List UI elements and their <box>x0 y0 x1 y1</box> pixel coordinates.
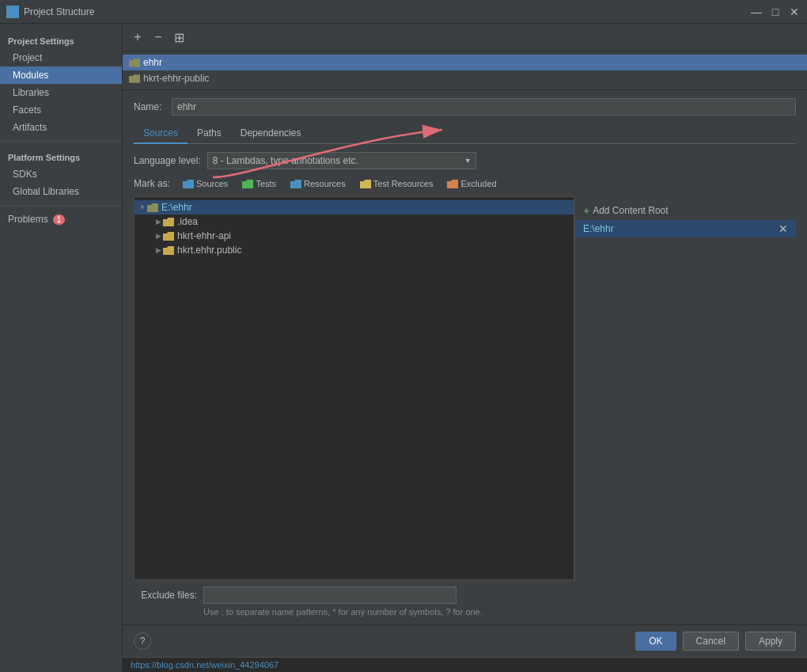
svg-rect-2 <box>13 9 16 11</box>
sidebar-item-global-libraries[interactable]: Global Libraries <box>0 183 122 200</box>
sidebar: Project Settings Project Modules Librari… <box>0 24 123 672</box>
sidebar-item-facets[interactable]: Facets <box>0 101 122 119</box>
tab-sources[interactable]: Sources <box>134 123 188 144</box>
module-toolbar: + − ⊞ <box>123 24 807 51</box>
tree-arrow-api: ▶ <box>153 232 163 240</box>
module-name-hkrt: hkrt-ehhr-public <box>143 73 209 84</box>
tree-item-api-name: hkrt-ehhr-api <box>177 230 231 241</box>
language-level-select[interactable]: 8 - Lambdas, type annotations etc. <box>207 152 476 169</box>
mark-sources-button[interactable]: Sources <box>178 177 233 190</box>
tab-dependencies[interactable]: Dependencies <box>231 123 311 144</box>
tree-item-public[interactable]: ▶ hkrt.ehhr.public <box>134 243 574 257</box>
tree-item-idea-name: .idea <box>177 216 198 227</box>
tree-expand-arrow: ▼ <box>138 203 147 211</box>
minimize-button[interactable]: — <box>750 6 763 18</box>
apply-button[interactable]: Apply <box>745 632 796 651</box>
exclude-files-hint: Use ; to separate name patterns, * for a… <box>134 607 796 617</box>
ok-button[interactable]: OK <box>635 632 676 651</box>
remove-content-root-button[interactable]: ✕ <box>779 222 788 235</box>
mark-sources-label: Sources <box>196 179 228 188</box>
language-level-row: Language level: 8 - Lambdas, type annota… <box>134 152 796 169</box>
svg-rect-3 <box>9 13 12 15</box>
svg-rect-0 <box>8 7 17 17</box>
tree-item-idea[interactable]: ▶ .idea <box>134 215 574 229</box>
tab-paths[interactable]: Paths <box>188 123 231 144</box>
problems-badge: 1 <box>53 215 66 225</box>
sidebar-item-problems[interactable]: Problems 1 <box>0 211 122 228</box>
close-button[interactable]: ✕ <box>788 6 801 18</box>
tree-root-name: E:\ehhr <box>161 202 192 213</box>
exclude-files-input[interactable] <box>203 587 457 604</box>
name-input[interactable] <box>172 98 796 116</box>
maximize-button[interactable]: □ <box>769 6 782 18</box>
sidebar-item-sdks[interactable]: SDKs <box>0 165 122 183</box>
tree-item-public-name: hkrt.ehhr.public <box>177 245 241 256</box>
module-item-hkrt[interactable]: hkrt-ehhr-public <box>123 70 807 86</box>
bottom-bar: ? OK Cancel Apply <box>123 625 807 657</box>
title-bar: Project Structure — □ ✕ <box>0 0 807 24</box>
mark-excluded-button[interactable]: Excluded <box>442 177 501 190</box>
tree-arrow-public: ▶ <box>153 246 163 254</box>
mark-test-resources-label: Test Resources <box>373 179 434 188</box>
mark-excluded-label: Excluded <box>460 179 496 188</box>
file-tree[interactable]: ▼ E:\ehhr ▶ .idea ▶ hkrt-ehhr-api <box>134 196 574 580</box>
sidebar-divider <box>0 141 122 142</box>
main-layout: Project Settings Project Modules Librari… <box>0 24 807 672</box>
project-settings-heading: Project Settings <box>0 30 122 49</box>
svg-rect-1 <box>9 9 12 11</box>
mark-resources-button[interactable]: Resources <box>286 177 350 190</box>
add-content-root-label: Add Content Root <box>593 205 668 216</box>
sidebar-divider-2 <box>0 205 122 206</box>
problems-label: Problems <box>8 214 48 225</box>
platform-settings-heading: Platform Settings <box>0 146 122 165</box>
sidebar-item-libraries[interactable]: Libraries <box>0 84 122 101</box>
window-controls: — □ ✕ <box>750 6 801 18</box>
exclude-files-label: Exclude files: <box>134 590 197 601</box>
tree-item-api[interactable]: ▶ hkrt-ehhr-api <box>134 229 574 243</box>
sources-split: ▼ E:\ehhr ▶ .idea ▶ hkrt-ehhr-api <box>134 196 796 580</box>
cancel-button[interactable]: Cancel <box>683 632 739 651</box>
module-list: ehhr hkrt-ehhr-public <box>123 51 807 90</box>
url-bar: https://blog.csdn.net/weixin_44294067 <box>123 657 807 672</box>
mark-tests-button[interactable]: Tests <box>237 177 281 190</box>
window-title: Project Structure <box>24 6 750 17</box>
add-content-root-button[interactable]: + Add Content Root <box>575 201 796 220</box>
detail-panel: Name: Sources Paths Dependencies Languag… <box>123 90 807 625</box>
exclude-files-row: Exclude files: <box>134 587 796 604</box>
language-level-select-wrapper: 8 - Lambdas, type annotations etc. <box>207 152 476 169</box>
sidebar-item-artifacts[interactable]: Artifacts <box>0 119 122 136</box>
plus-icon: + <box>583 204 589 217</box>
mark-tests-label: Tests <box>256 179 276 188</box>
add-module-button[interactable]: + <box>129 28 146 46</box>
mark-as-label: Mark as: <box>134 178 170 189</box>
app-icon <box>6 6 19 18</box>
sidebar-item-modules[interactable]: Modules <box>0 66 122 84</box>
mark-resources-label: Resources <box>304 179 346 188</box>
mark-as-row: Mark as: Sources Tests Resources Test Re… <box>134 177 796 190</box>
module-item-ehhr[interactable]: ehhr <box>123 55 807 70</box>
right-panel: + Add Content Root E:\ehhr ✕ <box>574 196 796 580</box>
name-row: Name: <box>134 98 796 116</box>
content-area: + − ⊞ ehhr hkrt-ehhr-public <box>123 24 807 672</box>
mark-test-resources-button[interactable]: Test Resources <box>355 177 438 190</box>
tree-arrow-idea: ▶ <box>153 218 163 226</box>
tree-root-item[interactable]: ▼ E:\ehhr <box>134 200 574 215</box>
copy-module-button[interactable]: ⊞ <box>170 28 188 46</box>
name-label: Name: <box>134 101 165 112</box>
tabs: Sources Paths Dependencies <box>134 123 796 144</box>
content-root-item[interactable]: E:\ehhr ✕ <box>575 220 796 237</box>
content-root-path: E:\ehhr <box>583 223 614 234</box>
help-button[interactable]: ? <box>134 632 151 650</box>
remove-module-button[interactable]: − <box>150 28 167 46</box>
language-level-label: Language level: <box>134 155 201 166</box>
sidebar-item-project[interactable]: Project <box>0 49 122 66</box>
module-name-ehhr: ehhr <box>143 57 162 68</box>
